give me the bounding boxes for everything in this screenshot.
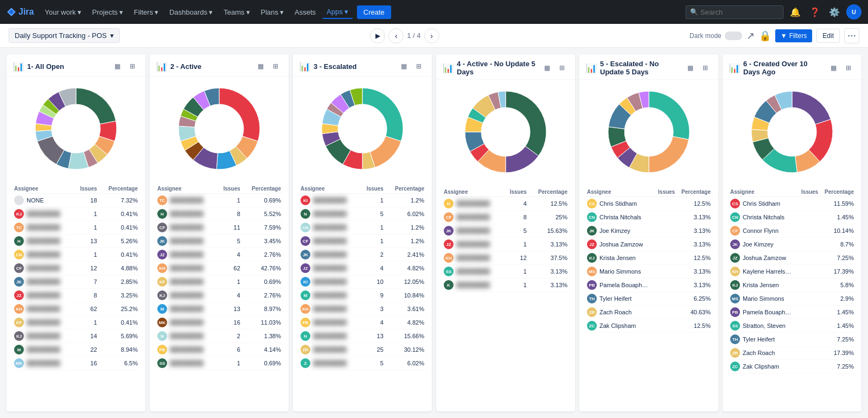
assignee-cell-4-1: CF████████ <box>442 211 503 224</box>
table-row-6-11: ZRZach Roach17.39% <box>728 346 856 360</box>
assignee-cell-2-10: N████████ <box>155 330 216 343</box>
edit-button[interactable]: Edit <box>816 29 840 43</box>
col-header-assignee: Assignee <box>155 184 216 194</box>
nav-apps[interactable]: Apps ▾ <box>322 5 353 19</box>
issues-2-5: 62 <box>216 262 242 275</box>
table-row-5-1: CNChrista Nitchals3.13% <box>585 211 713 224</box>
more-options-button[interactable]: ⋯ <box>844 28 859 43</box>
nav-projects[interactable]: Projects ▾ <box>88 6 127 18</box>
assignee-name-4-5: ████████ <box>456 268 490 275</box>
avatar[interactable]: U <box>846 4 861 20</box>
col-actions-4: ▦ ⊞ <box>540 61 569 74</box>
nav-filters[interactable]: Filters ▾ <box>130 6 163 18</box>
pct-3-6: 12.05% <box>386 275 426 289</box>
search-input[interactable] <box>686 5 783 19</box>
issues-4-6: 1 <box>503 278 529 292</box>
table-row-3-12: Z████████56.02% <box>298 357 426 370</box>
issues-2-3: 5 <box>216 235 242 248</box>
table-row-5-9: ZCZak Clipsham12.5% <box>585 319 713 333</box>
jira-logo[interactable]: Jira <box>7 7 34 17</box>
nav-teams[interactable]: Teams ▾ <box>219 6 254 18</box>
assignee-cell-5-8: ZRZach Roach <box>585 306 655 319</box>
pct-5-0: 12.5% <box>677 197 713 211</box>
avatar-5-3: JZ <box>587 239 597 249</box>
assignee-name-5-9: Zak Clipsham <box>599 322 636 329</box>
nav-plans[interactable]: Plans ▾ <box>257 6 289 18</box>
col-header-issues: Issues <box>73 184 99 194</box>
filters-button[interactable]: ▼ Filters <box>775 29 813 42</box>
bar-chart-btn-3[interactable]: ▦ <box>397 60 410 73</box>
notifications-icon[interactable]: 🔔 <box>788 4 803 20</box>
pct-6-9: 1.45% <box>820 319 856 333</box>
grid-btn-1[interactable]: ⊞ <box>126 60 139 73</box>
issues-1-3: 13 <box>73 235 99 248</box>
assignee-cell-1-11: M████████ <box>12 343 73 357</box>
col-header-assignee: Assignee <box>442 187 503 197</box>
bar-chart-btn-2[interactable]: ▦ <box>254 60 267 73</box>
bar-chart-btn-6[interactable]: ▦ <box>827 61 840 74</box>
table-row-6-2: CFConnor Flynn10.14% <box>728 224 856 238</box>
create-button[interactable]: Create <box>357 5 391 19</box>
assignee-cell-3-4: JK████████ <box>298 248 360 262</box>
nav-dashboards[interactable]: Dashboards ▾ <box>165 6 217 18</box>
pct-2-2: 7.59% <box>242 221 283 235</box>
pct-5-6: 3.13% <box>677 278 713 292</box>
pct-2-5: 42.76% <box>242 262 283 275</box>
dark-mode-toggle[interactable]: Dark mode <box>690 31 742 40</box>
bar-chart-btn-1[interactable]: ▦ <box>111 60 124 73</box>
bar-chart-btn-4[interactable]: ▦ <box>540 61 553 74</box>
pct-2-4: 2.76% <box>242 248 283 262</box>
avatar-1-10: KJ <box>14 331 24 341</box>
grid-btn-2[interactable]: ⊞ <box>269 60 282 73</box>
issues-1-11: 22 <box>73 343 99 357</box>
issues-6-9 <box>798 319 821 333</box>
issues-4-2: 5 <box>503 224 529 238</box>
assignee-name-6-9: Stratton, Steven <box>743 322 786 329</box>
issues-6-7 <box>798 292 821 306</box>
table-row-1-8: KH████████6225.2% <box>12 302 140 316</box>
table-row-1-7: JZ████████83.25% <box>12 289 140 302</box>
grid-btn-3[interactable]: ⊞ <box>412 60 425 73</box>
col-title-3: 3 - Escalated <box>314 62 394 71</box>
avatar-6-0: CS <box>730 199 740 208</box>
avatar-3-2: CN <box>301 223 310 232</box>
help-icon[interactable]: ❓ <box>807 4 822 20</box>
assignee-name-4-3: ████████ <box>456 241 490 248</box>
issues-5-8 <box>655 306 678 319</box>
col-icon-5: 📊 <box>586 63 597 73</box>
assignee-name-5-8: Zach Roach <box>599 309 631 315</box>
bar-chart-btn-5[interactable]: ▦ <box>684 61 697 74</box>
assignee-cell-2-11: PB████████ <box>155 343 216 357</box>
lock-icon[interactable]: 🔒 <box>759 30 771 42</box>
issues-6-5 <box>798 265 821 278</box>
chart-area-6 <box>723 80 861 184</box>
nav-your-work[interactable]: Your work ▾ <box>40 6 85 18</box>
settings-icon[interactable]: ⚙️ <box>827 4 842 20</box>
board-select[interactable]: Daily Support Tracking - POS ▾ <box>9 28 120 43</box>
pct-6-3: 8.7% <box>820 238 856 251</box>
issues-2-10: 2 <box>216 330 242 343</box>
pct-3-3: 1.2% <box>386 235 426 248</box>
avatar-3-10: N <box>301 331 310 341</box>
filter-icon: ▼ <box>781 32 787 40</box>
next-page-button[interactable]: › <box>424 28 439 43</box>
play-button[interactable]: ▶ <box>370 28 385 43</box>
avatar-6-1: CN <box>730 212 740 222</box>
table-row-2-6: KF████████10.69% <box>155 275 283 289</box>
share-icon[interactable]: ↗ <box>746 30 755 42</box>
avatar-2-7: KJ <box>157 290 167 300</box>
grid-btn-6[interactable]: ⊞ <box>842 61 855 74</box>
table-row-2-10: N████████21.38% <box>155 330 283 343</box>
prev-page-button[interactable]: ‹ <box>388 28 404 43</box>
avatar-6-4: JZ <box>730 253 740 263</box>
avatar-5-7: TH <box>587 294 597 303</box>
issues-5-4 <box>655 251 678 265</box>
assignee-cell-3-11: ZR████████ <box>298 343 360 357</box>
grid-btn-5[interactable]: ⊞ <box>699 61 712 74</box>
pct-5-4: 12.5% <box>677 251 713 265</box>
assignee-name-6-6: Krista Jensen <box>743 282 779 288</box>
nav-assets[interactable]: Assets <box>290 6 320 18</box>
assignee-cell-6-5: KHKaylene Harrelson <box>728 265 798 278</box>
grid-btn-4[interactable]: ⊞ <box>556 61 569 74</box>
dark-mode-switch[interactable] <box>725 31 742 40</box>
